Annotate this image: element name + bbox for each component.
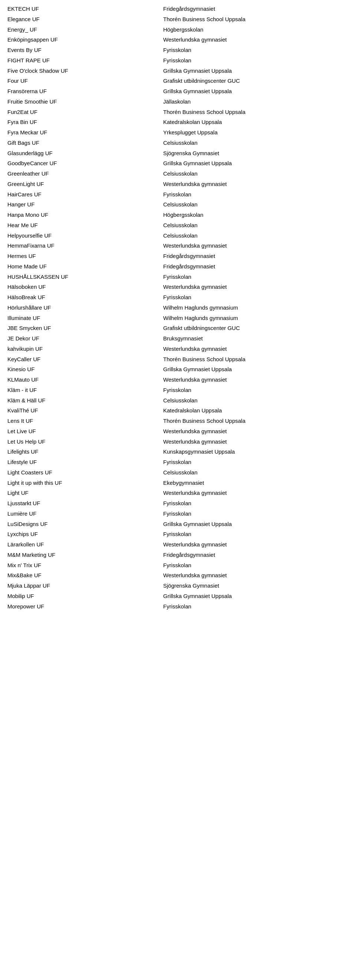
school-name: Thorén Business School Uppsala	[163, 355, 348, 363]
organization-name: FIGHT RAPE UF	[8, 56, 163, 65]
list-item: Light it up with this UFEkebygymnasiet	[8, 478, 348, 488]
organization-name: GoodbyeCancer UF	[8, 159, 163, 167]
school-name: Fyrisskolan	[163, 530, 348, 538]
list-item: Fun2Eat UFThorén Business School Uppsala	[8, 107, 348, 117]
list-item: KeyCaller UFThorén Business School Uppsa…	[8, 354, 348, 364]
list-item: Mobilip UFGrillska Gymnasiet Uppsala	[8, 591, 348, 601]
list-item: Fyra Bin UFKatedralskolan Uppsala	[8, 117, 348, 127]
school-name: Westerlundska gymnasiet	[163, 375, 348, 384]
school-name: Westerlundska gymnasiet	[163, 180, 348, 188]
school-name: Bruksgymnasiet	[163, 334, 348, 343]
organization-name: Hälsoboken UF	[8, 283, 163, 291]
list-item: Lifelights UFKunskapsgymnasiet Uppsala	[8, 447, 348, 457]
list-item: Lens It UFThorén Business School Uppsala	[8, 416, 348, 426]
list-item: Light Coasters UFCelsiusskolan	[8, 467, 348, 478]
school-name: Westerlundska gymnasiet	[163, 489, 348, 497]
list-item: Greenleather UFCelsiusskolan	[8, 169, 348, 179]
organization-name: Hanger UF	[8, 200, 163, 208]
school-name: Fridegårdsgymnasiet	[163, 5, 348, 13]
organization-name: Lyxchips UF	[8, 530, 163, 538]
school-name: Högbergsskolan	[163, 25, 348, 34]
list-item: M&M Marketing UFFridegårdsgymnasiet	[8, 550, 348, 560]
organization-name: Hörlurshållare UF	[8, 304, 163, 312]
school-name: Kunskapsgymnasiet Uppsala	[163, 448, 348, 456]
list-item: Fruitie Smoothie UFJällaskolan	[8, 97, 348, 107]
list-item: Hermes UFFridegårdsgymnasiet	[8, 251, 348, 261]
school-name: Högbergsskolan	[163, 211, 348, 219]
organization-name: Mobilip UF	[8, 592, 163, 600]
list-item: GreenLight UFWesterlundska gymnasiet	[8, 179, 348, 189]
school-name: Jällaskolan	[163, 98, 348, 106]
list-item: EKTECH UFFridegårdsgymnasiet	[8, 4, 348, 14]
organization-name: Elegance UF	[8, 15, 163, 23]
list-item: Energy_ UFHögbergsskolan	[8, 24, 348, 35]
list-item: Fransörerna UFGrillska Gymnasiet Uppsala	[8, 86, 348, 97]
list-item: Enköpingsappen UFWesterlundska gymnasiet	[8, 35, 348, 45]
school-name: Fridegårdsgymnasiet	[163, 262, 348, 270]
organization-name: Hear Me UF	[8, 221, 163, 229]
school-name: Celsiusskolan	[163, 221, 348, 229]
list-item: Kinesio UFGrillska Gymnasiet Uppsala	[8, 364, 348, 375]
school-name: Westerlundska gymnasiet	[163, 427, 348, 436]
organization-name: Lifelights UF	[8, 448, 163, 456]
list-item: Home Made UFFridegårdsgymnasiet	[8, 261, 348, 272]
school-name: Grillska Gymnasiet Uppsala	[163, 67, 348, 75]
school-name: Westerlundska gymnasiet	[163, 345, 348, 353]
organization-name: HälsoBreak UF	[8, 293, 163, 301]
organization-name: M&M Marketing UF	[8, 551, 163, 559]
school-name: Westerlundska gymnasiet	[163, 242, 348, 250]
organization-name: Lifestyle UF	[8, 458, 163, 466]
organization-name: Fransörerna UF	[8, 87, 163, 95]
school-name: Fyrisskolan	[163, 510, 348, 518]
organization-name: Mjuka Läppar UF	[8, 582, 163, 590]
organization-name: Hanpa Mono UF	[8, 211, 163, 219]
organization-name: Let Us Help UF	[8, 438, 163, 446]
list-item: Hanpa Mono UFHögbergsskolan	[8, 210, 348, 220]
school-name: Grafiskt utbildningscenter GUC	[163, 324, 348, 332]
school-name: Ekebygymnasiet	[163, 479, 348, 487]
organization-name: EKTECH UF	[8, 5, 163, 13]
list-item: Ljusstarkt UFFyrisskolan	[8, 498, 348, 509]
organization-name: HemmaFixarna UF	[8, 242, 163, 250]
list-item: Mjuka Läppar UFSjögrenska Gymnasiet	[8, 581, 348, 591]
school-name: Fyrisskolan	[163, 293, 348, 301]
organization-name: Five O'clock Shadow UF	[8, 67, 163, 75]
list-item: Let Live UFWesterlundska gymnasiet	[8, 426, 348, 436]
school-name: Grillska Gymnasiet Uppsala	[163, 365, 348, 374]
organization-name: Events By UF	[8, 46, 163, 54]
list-item: Five O'clock Shadow UFGrillska Gymnasiet…	[8, 66, 348, 76]
school-name: Fyrisskolan	[163, 191, 348, 199]
organization-name: HairCares UF	[8, 191, 163, 199]
list-item: kahvikupin UFWesterlundska gymnasiet	[8, 344, 348, 354]
list-item: JE Dekor UFBruksgymnasiet	[8, 333, 348, 344]
list-item: Kläm - it UFFyrisskolan	[8, 385, 348, 395]
organization-name: Light it up with this UF	[8, 479, 163, 487]
organization-name: Kläm - it UF	[8, 386, 163, 394]
school-name: Fridegårdsgymnasiet	[163, 551, 348, 559]
list-item: Four UFGrafiskt utbildningscenter GUC	[8, 76, 348, 86]
school-name: Celsiusskolan	[163, 139, 348, 147]
organization-name: JBE Smycken UF	[8, 324, 163, 332]
school-name: Fyrisskolan	[163, 46, 348, 54]
list-item: HälsoBreak UFFyrisskolan	[8, 292, 348, 302]
organization-name: Ljusstarkt UF	[8, 499, 163, 508]
school-name: Fyrisskolan	[163, 56, 348, 65]
organization-name: KvaliThé UF	[8, 406, 163, 415]
list-item: Hanger UFCelsiusskolan	[8, 199, 348, 210]
school-name: Fyrisskolan	[163, 499, 348, 508]
organization-name: Light Coasters UF	[8, 468, 163, 477]
organization-name: Hermes UF	[8, 252, 163, 260]
school-name: Celsiusskolan	[163, 200, 348, 208]
organization-name: KLMauto UF	[8, 375, 163, 384]
school-name: Celsiusskolan	[163, 232, 348, 240]
school-name: Wilhelm Haglunds gymnasium	[163, 314, 348, 322]
organization-name: Illuminate UF	[8, 314, 163, 322]
list-item: Glasunderlägg UFSjögrenska Gymnasiet	[8, 148, 348, 159]
list-item: Fyra Meckar UFYrkesplugget Uppsala	[8, 127, 348, 138]
list-item: KLMauto UFWesterlundska gymnasiet	[8, 375, 348, 385]
organization-name: Glasunderlägg UF	[8, 149, 163, 158]
school-name: Westerlundska gymnasiet	[163, 36, 348, 44]
organization-name: Mix&Bake UF	[8, 571, 163, 579]
organization-name: LuSiDesigns UF	[8, 520, 163, 528]
school-name: Grafiskt utbildningscenter GUC	[163, 77, 348, 85]
